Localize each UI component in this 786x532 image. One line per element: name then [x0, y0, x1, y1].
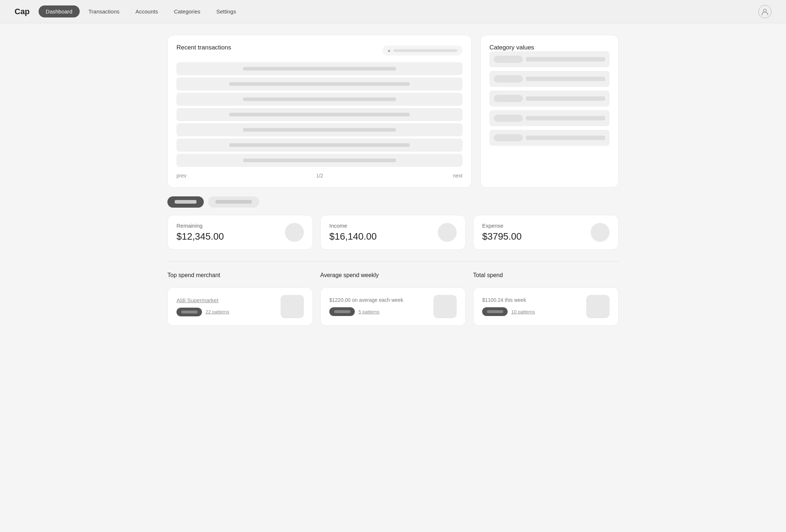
table-row — [176, 108, 463, 121]
list-item — [489, 110, 610, 126]
avg-tag-pill — [329, 307, 355, 316]
nav-categories[interactable]: Categories — [167, 5, 208, 17]
category-bar — [526, 116, 605, 120]
bottom-titles-row: Top spend merchant Average spend weekly … — [167, 272, 619, 283]
category-bar — [526, 136, 605, 140]
category-bar — [526, 57, 605, 61]
table-row — [176, 123, 463, 136]
search-input[interactable] — [393, 49, 457, 52]
nav-dashboard[interactable]: Dashboard — [39, 5, 80, 17]
nav-transactions[interactable]: Transactions — [81, 5, 127, 17]
avg-spend-icon — [433, 295, 457, 318]
stat-remaining-label: Remaining — [176, 223, 224, 229]
nav-logo: Cap — [15, 7, 30, 16]
table-row — [176, 154, 463, 167]
nav-settings[interactable]: Settings — [209, 5, 243, 17]
stat-income-label: Income — [329, 223, 377, 229]
list-item — [489, 51, 610, 67]
total-spend-text: $1100.24 this week — [482, 297, 535, 303]
main-content: Recent transactions ● prev 1/2 next — [153, 23, 633, 337]
category-list — [489, 51, 610, 146]
table-row — [176, 62, 463, 75]
nav-items: Dashboard Transactions Accounts Categori… — [39, 5, 755, 17]
tab-active[interactable] — [167, 196, 204, 208]
top-spend-title: Top spend merchant — [167, 272, 313, 279]
avg-pills: 5 patterns — [329, 307, 403, 316]
total-spend-left: $1100.24 this week 10 patterns — [482, 297, 535, 316]
stat-expense-icon — [591, 223, 610, 242]
category-pill — [494, 115, 523, 122]
stat-income-icon — [438, 223, 457, 242]
avg-spend-text: $1220.00 on average each week — [329, 297, 403, 303]
merchant-tag-pill — [176, 308, 202, 316]
stat-expense-value: $3795.00 — [482, 231, 521, 242]
pagination: prev 1/2 next — [176, 173, 463, 179]
pill-dark-inner — [181, 311, 198, 313]
recent-transactions-title: Recent transactions — [176, 44, 231, 51]
prev-button[interactable]: prev — [176, 173, 186, 179]
tab-label-2 — [215, 200, 252, 204]
category-values-card: Category values — [480, 35, 619, 188]
total-spend-title: Total spend — [473, 272, 619, 279]
total-pills: 10 patterns — [482, 307, 535, 316]
avg-patterns-link[interactable]: 5 patterns — [358, 309, 380, 315]
stat-expense-content: Expense $3795.00 — [482, 223, 521, 242]
search-icon: ● — [388, 48, 390, 53]
tab-label-1 — [175, 200, 196, 204]
transaction-list — [176, 62, 463, 167]
svg-point-0 — [763, 9, 766, 12]
category-pill — [494, 134, 523, 141]
table-row — [176, 93, 463, 106]
navbar: Cap Dashboard Transactions Accounts Cate… — [0, 0, 786, 23]
merchant-pills: 22 patterns — [176, 308, 229, 316]
stat-expense: Expense $3795.00 — [473, 215, 619, 250]
stat-remaining-content: Remaining $12,345.00 — [176, 223, 224, 242]
top-spend-merchant-card: Aldi Supermarket 22 patterns — [167, 287, 313, 326]
merchant-patterns-link[interactable]: 22 patterns — [206, 309, 229, 315]
stat-remaining-value: $12,345.00 — [176, 231, 224, 242]
total-patterns-link[interactable]: 10 patterns — [511, 309, 535, 315]
avg-spend-card: $1220.00 on average each week 5 patterns — [320, 287, 466, 326]
category-bar — [526, 96, 605, 101]
table-row — [176, 139, 463, 152]
category-values-title: Category values — [489, 44, 534, 51]
tab-inactive[interactable] — [208, 196, 259, 208]
avg-spend-left: $1220.00 on average each week 5 patterns — [329, 297, 403, 316]
table-row — [176, 77, 463, 91]
stats-row: Remaining $12,345.00 Income $16,140.00 E… — [167, 215, 619, 250]
recent-transactions-header: Recent transactions ● — [176, 44, 463, 57]
bottom-cards-row: Aldi Supermarket 22 patterns $1220.00 on… — [167, 287, 619, 326]
category-pill — [494, 95, 523, 102]
list-item — [489, 130, 610, 146]
stat-income-value: $16,140.00 — [329, 231, 377, 242]
total-spend-card: $1100.24 this week 10 patterns — [473, 287, 619, 326]
stat-remaining: Remaining $12,345.00 — [167, 215, 313, 250]
category-pill — [494, 56, 523, 63]
search-bar[interactable]: ● — [382, 45, 463, 56]
avg-spend-title: Average spend weekly — [320, 272, 466, 279]
tabs-row — [167, 196, 619, 208]
category-bar — [526, 77, 605, 81]
list-item — [489, 91, 610, 107]
page-indicator: 1/2 — [316, 173, 323, 179]
top-section: Recent transactions ● prev 1/2 next — [167, 35, 619, 188]
pill-dark-inner — [487, 310, 503, 313]
stat-expense-label: Expense — [482, 223, 521, 229]
stat-income: Income $16,140.00 — [320, 215, 466, 250]
next-button[interactable]: next — [453, 173, 463, 179]
merchant-name[interactable]: Aldi Supermarket — [176, 297, 229, 303]
merchant-icon — [281, 295, 304, 318]
section-divider — [167, 261, 619, 262]
total-spend-icon — [586, 295, 610, 318]
list-item — [489, 71, 610, 87]
total-tag-pill — [482, 307, 508, 316]
recent-transactions-card: Recent transactions ● prev 1/2 next — [167, 35, 472, 188]
stat-remaining-icon — [285, 223, 304, 242]
pill-dark-inner — [334, 310, 350, 313]
category-pill — [494, 75, 523, 83]
top-spend-left: Aldi Supermarket 22 patterns — [176, 297, 229, 316]
stat-income-content: Income $16,140.00 — [329, 223, 377, 242]
user-avatar[interactable] — [758, 5, 771, 18]
nav-accounts[interactable]: Accounts — [128, 5, 165, 17]
